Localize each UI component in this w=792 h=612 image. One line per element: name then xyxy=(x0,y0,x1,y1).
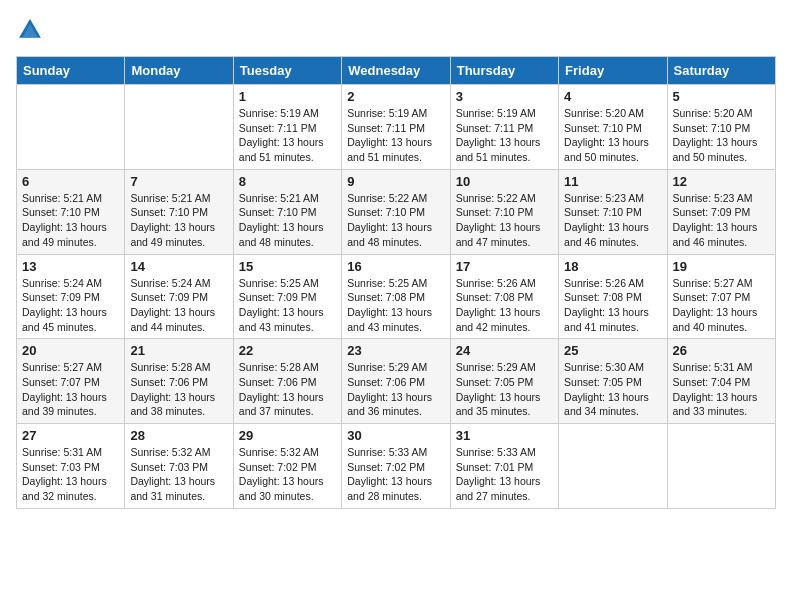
calendar-cell: 25Sunrise: 5:30 AM Sunset: 7:05 PM Dayli… xyxy=(559,339,667,424)
calendar-cell: 3Sunrise: 5:19 AM Sunset: 7:11 PM Daylig… xyxy=(450,85,558,170)
calendar-week-row: 6Sunrise: 5:21 AM Sunset: 7:10 PM Daylig… xyxy=(17,169,776,254)
day-number: 15 xyxy=(239,259,336,274)
day-number: 19 xyxy=(673,259,770,274)
day-info: Sunrise: 5:24 AM Sunset: 7:09 PM Dayligh… xyxy=(22,276,119,335)
day-number: 23 xyxy=(347,343,444,358)
day-info: Sunrise: 5:22 AM Sunset: 7:10 PM Dayligh… xyxy=(456,191,553,250)
calendar-week-row: 27Sunrise: 5:31 AM Sunset: 7:03 PM Dayli… xyxy=(17,424,776,509)
calendar-cell: 22Sunrise: 5:28 AM Sunset: 7:06 PM Dayli… xyxy=(233,339,341,424)
day-number: 4 xyxy=(564,89,661,104)
calendar-cell xyxy=(559,424,667,509)
calendar-cell: 29Sunrise: 5:32 AM Sunset: 7:02 PM Dayli… xyxy=(233,424,341,509)
day-number: 25 xyxy=(564,343,661,358)
day-info: Sunrise: 5:26 AM Sunset: 7:08 PM Dayligh… xyxy=(456,276,553,335)
day-number: 20 xyxy=(22,343,119,358)
day-info: Sunrise: 5:23 AM Sunset: 7:09 PM Dayligh… xyxy=(673,191,770,250)
day-number: 28 xyxy=(130,428,227,443)
calendar-header-row: SundayMondayTuesdayWednesdayThursdayFrid… xyxy=(17,57,776,85)
day-info: Sunrise: 5:30 AM Sunset: 7:05 PM Dayligh… xyxy=(564,360,661,419)
calendar-cell: 28Sunrise: 5:32 AM Sunset: 7:03 PM Dayli… xyxy=(125,424,233,509)
day-number: 13 xyxy=(22,259,119,274)
calendar-cell: 17Sunrise: 5:26 AM Sunset: 7:08 PM Dayli… xyxy=(450,254,558,339)
calendar-cell: 31Sunrise: 5:33 AM Sunset: 7:01 PM Dayli… xyxy=(450,424,558,509)
day-number: 16 xyxy=(347,259,444,274)
day-info: Sunrise: 5:25 AM Sunset: 7:09 PM Dayligh… xyxy=(239,276,336,335)
day-info: Sunrise: 5:19 AM Sunset: 7:11 PM Dayligh… xyxy=(347,106,444,165)
calendar-cell: 16Sunrise: 5:25 AM Sunset: 7:08 PM Dayli… xyxy=(342,254,450,339)
day-info: Sunrise: 5:31 AM Sunset: 7:03 PM Dayligh… xyxy=(22,445,119,504)
calendar-header-wednesday: Wednesday xyxy=(342,57,450,85)
day-info: Sunrise: 5:22 AM Sunset: 7:10 PM Dayligh… xyxy=(347,191,444,250)
calendar-cell: 1Sunrise: 5:19 AM Sunset: 7:11 PM Daylig… xyxy=(233,85,341,170)
day-info: Sunrise: 5:32 AM Sunset: 7:02 PM Dayligh… xyxy=(239,445,336,504)
day-info: Sunrise: 5:21 AM Sunset: 7:10 PM Dayligh… xyxy=(22,191,119,250)
day-number: 6 xyxy=(22,174,119,189)
day-number: 11 xyxy=(564,174,661,189)
calendar-header-tuesday: Tuesday xyxy=(233,57,341,85)
calendar-table: SundayMondayTuesdayWednesdayThursdayFrid… xyxy=(16,56,776,509)
calendar-cell: 18Sunrise: 5:26 AM Sunset: 7:08 PM Dayli… xyxy=(559,254,667,339)
day-info: Sunrise: 5:32 AM Sunset: 7:03 PM Dayligh… xyxy=(130,445,227,504)
calendar-cell: 12Sunrise: 5:23 AM Sunset: 7:09 PM Dayli… xyxy=(667,169,775,254)
calendar-cell: 10Sunrise: 5:22 AM Sunset: 7:10 PM Dayli… xyxy=(450,169,558,254)
day-number: 22 xyxy=(239,343,336,358)
calendar-cell: 8Sunrise: 5:21 AM Sunset: 7:10 PM Daylig… xyxy=(233,169,341,254)
calendar-cell: 7Sunrise: 5:21 AM Sunset: 7:10 PM Daylig… xyxy=(125,169,233,254)
calendar-header-monday: Monday xyxy=(125,57,233,85)
day-number: 24 xyxy=(456,343,553,358)
day-number: 9 xyxy=(347,174,444,189)
day-info: Sunrise: 5:27 AM Sunset: 7:07 PM Dayligh… xyxy=(673,276,770,335)
calendar-cell xyxy=(17,85,125,170)
calendar-week-row: 1Sunrise: 5:19 AM Sunset: 7:11 PM Daylig… xyxy=(17,85,776,170)
day-info: Sunrise: 5:25 AM Sunset: 7:08 PM Dayligh… xyxy=(347,276,444,335)
calendar-cell: 4Sunrise: 5:20 AM Sunset: 7:10 PM Daylig… xyxy=(559,85,667,170)
day-info: Sunrise: 5:26 AM Sunset: 7:08 PM Dayligh… xyxy=(564,276,661,335)
day-number: 17 xyxy=(456,259,553,274)
calendar-cell: 19Sunrise: 5:27 AM Sunset: 7:07 PM Dayli… xyxy=(667,254,775,339)
calendar-cell: 13Sunrise: 5:24 AM Sunset: 7:09 PM Dayli… xyxy=(17,254,125,339)
day-number: 30 xyxy=(347,428,444,443)
calendar-cell: 20Sunrise: 5:27 AM Sunset: 7:07 PM Dayli… xyxy=(17,339,125,424)
day-number: 1 xyxy=(239,89,336,104)
calendar-cell: 24Sunrise: 5:29 AM Sunset: 7:05 PM Dayli… xyxy=(450,339,558,424)
day-number: 7 xyxy=(130,174,227,189)
day-info: Sunrise: 5:20 AM Sunset: 7:10 PM Dayligh… xyxy=(673,106,770,165)
calendar-week-row: 20Sunrise: 5:27 AM Sunset: 7:07 PM Dayli… xyxy=(17,339,776,424)
day-info: Sunrise: 5:28 AM Sunset: 7:06 PM Dayligh… xyxy=(239,360,336,419)
day-number: 5 xyxy=(673,89,770,104)
logo xyxy=(16,16,48,44)
calendar-cell: 23Sunrise: 5:29 AM Sunset: 7:06 PM Dayli… xyxy=(342,339,450,424)
day-info: Sunrise: 5:33 AM Sunset: 7:01 PM Dayligh… xyxy=(456,445,553,504)
logo-icon xyxy=(16,16,44,44)
day-number: 3 xyxy=(456,89,553,104)
day-number: 26 xyxy=(673,343,770,358)
day-info: Sunrise: 5:24 AM Sunset: 7:09 PM Dayligh… xyxy=(130,276,227,335)
page-header xyxy=(16,16,776,44)
calendar-week-row: 13Sunrise: 5:24 AM Sunset: 7:09 PM Dayli… xyxy=(17,254,776,339)
day-number: 18 xyxy=(564,259,661,274)
calendar-cell: 6Sunrise: 5:21 AM Sunset: 7:10 PM Daylig… xyxy=(17,169,125,254)
calendar-header-friday: Friday xyxy=(559,57,667,85)
day-info: Sunrise: 5:31 AM Sunset: 7:04 PM Dayligh… xyxy=(673,360,770,419)
day-number: 27 xyxy=(22,428,119,443)
day-info: Sunrise: 5:33 AM Sunset: 7:02 PM Dayligh… xyxy=(347,445,444,504)
day-number: 8 xyxy=(239,174,336,189)
day-info: Sunrise: 5:29 AM Sunset: 7:06 PM Dayligh… xyxy=(347,360,444,419)
day-info: Sunrise: 5:19 AM Sunset: 7:11 PM Dayligh… xyxy=(456,106,553,165)
day-number: 29 xyxy=(239,428,336,443)
day-info: Sunrise: 5:19 AM Sunset: 7:11 PM Dayligh… xyxy=(239,106,336,165)
calendar-cell: 5Sunrise: 5:20 AM Sunset: 7:10 PM Daylig… xyxy=(667,85,775,170)
calendar-cell: 15Sunrise: 5:25 AM Sunset: 7:09 PM Dayli… xyxy=(233,254,341,339)
day-number: 12 xyxy=(673,174,770,189)
day-number: 10 xyxy=(456,174,553,189)
calendar-cell xyxy=(125,85,233,170)
calendar-header-sunday: Sunday xyxy=(17,57,125,85)
calendar-header-saturday: Saturday xyxy=(667,57,775,85)
calendar-header-thursday: Thursday xyxy=(450,57,558,85)
day-number: 21 xyxy=(130,343,227,358)
calendar-cell: 27Sunrise: 5:31 AM Sunset: 7:03 PM Dayli… xyxy=(17,424,125,509)
day-info: Sunrise: 5:27 AM Sunset: 7:07 PM Dayligh… xyxy=(22,360,119,419)
day-info: Sunrise: 5:29 AM Sunset: 7:05 PM Dayligh… xyxy=(456,360,553,419)
calendar-cell: 26Sunrise: 5:31 AM Sunset: 7:04 PM Dayli… xyxy=(667,339,775,424)
calendar-cell: 9Sunrise: 5:22 AM Sunset: 7:10 PM Daylig… xyxy=(342,169,450,254)
